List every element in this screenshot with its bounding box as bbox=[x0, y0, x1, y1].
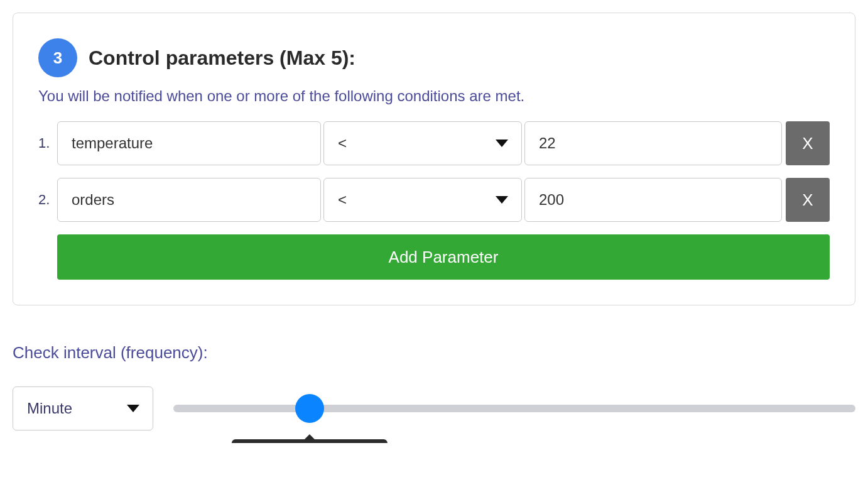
operator-value[interactable] bbox=[323, 121, 522, 165]
check-interval-label: Check interval (frequency): bbox=[13, 343, 855, 363]
step-badge: 3 bbox=[38, 38, 77, 77]
remove-parameter-button[interactable]: X bbox=[786, 121, 830, 165]
row-index: 2. bbox=[38, 192, 57, 208]
operator-value[interactable] bbox=[323, 178, 522, 222]
slider-thumb[interactable] bbox=[295, 394, 324, 423]
interval-unit-value[interactable] bbox=[13, 386, 153, 430]
parameter-name-input[interactable] bbox=[57, 121, 321, 165]
parameter-name-input[interactable] bbox=[57, 178, 321, 222]
add-parameter-button[interactable]: Add Parameter bbox=[57, 234, 830, 280]
panel-description: You will be notified when one or more of… bbox=[38, 87, 830, 105]
interval-row: Once in 12 minute(s) bbox=[13, 386, 855, 430]
slider-tooltip: Once in 12 minute(s) bbox=[232, 439, 388, 443]
slider-track bbox=[173, 405, 855, 412]
control-parameters-panel: 3 Control parameters (Max 5): You will b… bbox=[13, 13, 855, 305]
panel-title: Control parameters (Max 5): bbox=[89, 47, 355, 70]
row-index: 1. bbox=[38, 135, 57, 151]
remove-parameter-button[interactable]: X bbox=[786, 178, 830, 222]
interval-slider[interactable]: Once in 12 minute(s) bbox=[173, 386, 855, 430]
parameter-value-input[interactable] bbox=[524, 121, 782, 165]
interval-unit-select[interactable] bbox=[13, 386, 153, 430]
panel-header: 3 Control parameters (Max 5): bbox=[38, 38, 830, 77]
operator-select[interactable] bbox=[323, 121, 522, 165]
parameter-row: 1. X bbox=[38, 121, 830, 165]
check-interval-section: Check interval (frequency): Once in 12 m… bbox=[13, 343, 855, 430]
operator-select[interactable] bbox=[323, 178, 522, 222]
parameter-value-input[interactable] bbox=[524, 178, 782, 222]
parameter-row: 2. X bbox=[38, 178, 830, 222]
